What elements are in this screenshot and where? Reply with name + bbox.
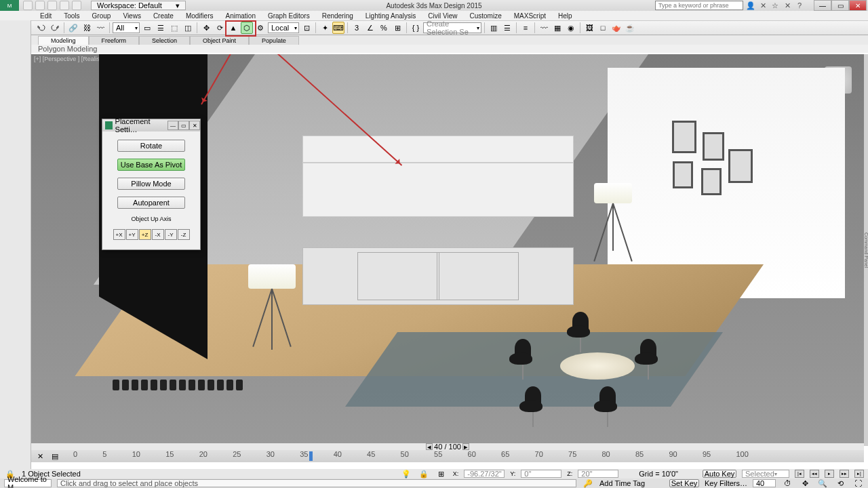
- pillow-mode-button[interactable]: Pillow Mode: [117, 178, 185, 190]
- menu-civil-view[interactable]: Civil View: [422, 12, 463, 20]
- cloud-icon[interactable]: ✕: [783, 1, 792, 10]
- menu-create[interactable]: Create: [147, 12, 180, 20]
- timeline-scrollbar[interactable]: ◂ 40 / 100 ▸: [31, 443, 864, 450]
- new-icon[interactable]: [23, 1, 33, 10]
- timeline-filter-icon[interactable]: ▤: [49, 450, 61, 462]
- scroll-left-button[interactable]: ◂: [426, 443, 433, 450]
- command-panel-handle[interactable]: Command Panel: [864, 54, 868, 446]
- ribbon-tab-selection[interactable]: Selection: [139, 36, 190, 45]
- axis-minus-z[interactable]: -Z: [178, 229, 190, 240]
- setkey-button[interactable]: Set Key: [669, 479, 699, 487]
- favorites-icon[interactable]: ☆: [770, 1, 780, 10]
- snap-button[interactable]: 3: [351, 22, 363, 34]
- menu-customize[interactable]: Customize: [463, 12, 507, 20]
- mirror-button[interactable]: ▥: [488, 22, 500, 34]
- autoparent-button[interactable]: Autoparent: [117, 197, 185, 209]
- menu-group[interactable]: Group: [86, 12, 117, 20]
- spinner-snap-button[interactable]: ⊞: [391, 22, 403, 34]
- select-name-button[interactable]: ☰: [155, 22, 167, 34]
- unlink-button[interactable]: ⛓: [81, 22, 93, 34]
- axis-minus-y[interactable]: -Y: [165, 229, 177, 240]
- axis-plusminus-x[interactable]: +X: [113, 229, 125, 240]
- edit-selset-button[interactable]: { }: [410, 22, 422, 34]
- nav-orbit-icon[interactable]: ⟲: [834, 477, 846, 488]
- search-input[interactable]: [655, 1, 743, 10]
- curve-editor-button[interactable]: 〰: [538, 22, 550, 34]
- selection-set-dropdown[interactable]: Create Selection Se: [423, 22, 481, 33]
- menu-graph-editors[interactable]: Graph Editors: [262, 12, 316, 20]
- timeline-slider[interactable]: [309, 451, 313, 461]
- angle-snap-button[interactable]: ∠: [364, 22, 376, 34]
- menu-animation[interactable]: Animation: [219, 12, 261, 20]
- nav-zoom-icon[interactable]: 🔍: [816, 477, 829, 488]
- ribbon-tab-object-paint[interactable]: Object Paint: [190, 36, 249, 45]
- manipulate-button[interactable]: ✦: [319, 22, 331, 34]
- axis-minus-x[interactable]: -X: [152, 229, 164, 240]
- time-config-icon[interactable]: ⏱: [781, 477, 793, 488]
- select-button[interactable]: ▭: [141, 22, 153, 34]
- timeline-config-icon[interactable]: ✕: [34, 450, 46, 462]
- placement-settings-button[interactable]: ⚙: [254, 22, 267, 34]
- rotate-button[interactable]: ⟳: [214, 22, 226, 34]
- window-crossing-button[interactable]: ◫: [182, 22, 194, 34]
- add-time-tag[interactable]: Add Time Tag: [599, 479, 645, 487]
- open-icon[interactable]: [35, 1, 45, 10]
- keyboard-shortcut-button[interactable]: ⌨: [332, 22, 344, 34]
- move-button[interactable]: ✥: [200, 22, 212, 34]
- menu-lighting-analysis[interactable]: Lighting Analysis: [359, 12, 422, 20]
- timeline[interactable]: ✕ ▤ 051015202530354045505560657075808590…: [31, 450, 864, 462]
- undo-icon[interactable]: [60, 1, 69, 10]
- key-filters-link[interactable]: Key Filters…: [705, 479, 747, 487]
- layers-button[interactable]: ≡: [519, 22, 532, 34]
- menu-edit[interactable]: Edit: [34, 12, 58, 20]
- percent-snap-button[interactable]: %: [378, 22, 390, 34]
- minimize-button[interactable]: —: [814, 0, 831, 11]
- dialog-titlebar[interactable]: Placement Setti… — ▭ ✕: [102, 119, 200, 131]
- close-button[interactable]: ✕: [849, 0, 867, 11]
- autokey-button[interactable]: Auto Key: [703, 470, 736, 478]
- script-listener[interactable]: Welcome to M: [4, 479, 52, 487]
- use-base-pivot-button[interactable]: Use Base As Pivot: [117, 159, 185, 171]
- redo-button[interactable]: [49, 22, 61, 34]
- maximize-button[interactable]: ▭: [831, 0, 849, 11]
- coord-dropdown[interactable]: Local: [268, 22, 299, 33]
- menu-views[interactable]: Views: [117, 12, 147, 20]
- render-frame-button[interactable]: □: [597, 22, 609, 34]
- dialog-minimize-button[interactable]: —: [167, 121, 178, 130]
- scale-button[interactable]: ▲: [227, 22, 239, 34]
- selection-filter-dropdown[interactable]: All: [113, 22, 140, 33]
- use-pivot-button[interactable]: ⊡: [300, 22, 313, 34]
- axis-plusminus-y[interactable]: +Y: [126, 229, 138, 240]
- rotate-button[interactable]: Rotate: [117, 140, 185, 152]
- link-button[interactable]: 🔗: [67, 22, 79, 34]
- undo-button[interactable]: [35, 22, 47, 34]
- current-frame-field[interactable]: 40: [753, 479, 776, 487]
- render-setup-button[interactable]: 🖼: [583, 22, 595, 34]
- align-button[interactable]: ☰: [501, 22, 513, 34]
- rect-region-button[interactable]: ⬚: [168, 22, 180, 34]
- placement-button[interactable]: ⬡: [241, 22, 253, 34]
- app-logo-icon[interactable]: M: [0, 0, 19, 11]
- x-field[interactable]: -96.27/32": [464, 470, 505, 478]
- render-iterative-button[interactable]: ☕: [624, 22, 636, 34]
- menu-maxscript[interactable]: MAXScript: [508, 12, 552, 20]
- axis-plusminus-z[interactable]: +Z: [139, 229, 151, 240]
- bind-button[interactable]: 〰: [94, 22, 106, 34]
- ribbon-tab-freeform[interactable]: Freeform: [89, 36, 140, 45]
- nav-pan-icon[interactable]: ✥: [799, 477, 811, 488]
- menu-help[interactable]: Help: [552, 12, 578, 20]
- menu-modifiers[interactable]: Modifiers: [180, 12, 220, 20]
- workspace-dropdown[interactable]: Workspace: Default▾: [91, 1, 186, 10]
- dialog-close-button[interactable]: ✕: [189, 121, 200, 130]
- save-icon[interactable]: [47, 1, 57, 10]
- ribbon-tab-populate[interactable]: Populate: [249, 36, 299, 45]
- redo-icon[interactable]: [72, 1, 81, 10]
- viewport[interactable]: [+] [Perspective ] [Realistic ]: [31, 54, 864, 446]
- material-editor-button[interactable]: ◉: [565, 22, 577, 34]
- signin-icon[interactable]: 👤: [746, 1, 755, 10]
- nav-max-icon[interactable]: ⛶: [852, 477, 864, 488]
- scroll-right-button[interactable]: ▸: [462, 443, 469, 450]
- dialog-maximize-button[interactable]: ▭: [178, 121, 189, 130]
- exchange-icon[interactable]: ✕: [758, 1, 768, 10]
- y-field[interactable]: 0": [521, 470, 561, 478]
